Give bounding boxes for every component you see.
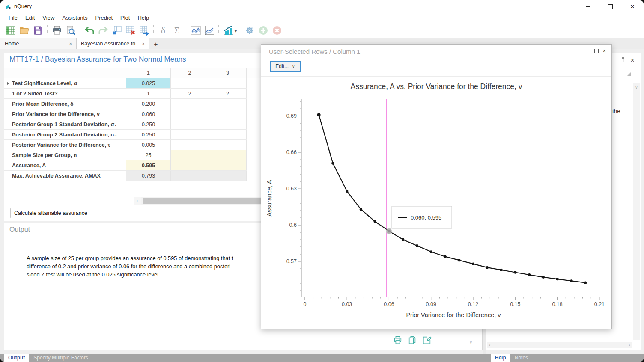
plot-maximize-icon[interactable] <box>594 49 599 53</box>
data-point[interactable] <box>360 208 362 211</box>
series-line[interactable] <box>319 115 586 282</box>
data-point[interactable] <box>472 262 474 265</box>
cell[interactable] <box>209 109 246 119</box>
edit-output-button[interactable] <box>422 335 432 347</box>
cell[interactable] <box>209 99 246 109</box>
add-circle-button[interactable] <box>257 24 270 37</box>
tab-home[interactable]: Home × <box>0 38 77 49</box>
row-selector[interactable] <box>4 150 12 160</box>
row-selector[interactable] <box>4 89 12 99</box>
column-header-1[interactable]: 1 <box>126 68 170 78</box>
column-header-2[interactable]: 2 <box>171 68 209 78</box>
data-point[interactable] <box>331 162 334 164</box>
cell[interactable] <box>171 150 209 160</box>
print-output-button[interactable] <box>393 335 402 347</box>
copy-output-button[interactable] <box>408 335 417 347</box>
cell[interactable]: 25 <box>126 150 170 160</box>
new-table-button[interactable] <box>4 24 17 37</box>
menu-plot[interactable]: Plot <box>116 15 134 21</box>
data-point[interactable] <box>570 279 572 282</box>
menu-help[interactable]: Help <box>134 15 153 21</box>
cell[interactable] <box>209 78 246 89</box>
help-hscrollbar[interactable]: ‹ › <box>487 342 632 348</box>
data-point[interactable] <box>458 259 460 261</box>
scroll-left-button[interactable]: ‹ <box>134 197 141 205</box>
cell[interactable] <box>171 78 209 89</box>
redo-button[interactable] <box>97 24 110 37</box>
dropdown-caret-icon[interactable]: ▼ <box>235 27 238 34</box>
cell[interactable] <box>171 109 209 119</box>
sigma-button[interactable]: Σ <box>170 24 183 37</box>
data-point[interactable] <box>486 266 489 269</box>
open-project-button[interactable] <box>18 24 31 37</box>
resize-corner[interactable] <box>627 72 631 76</box>
plot-edit-dropdown[interactable]: Edit... ∨ <box>270 61 301 72</box>
cell[interactable] <box>209 160 246 171</box>
data-point[interactable] <box>416 244 418 247</box>
close-circle-button[interactable] <box>271 24 283 37</box>
data-point[interactable] <box>402 238 404 241</box>
highlighted-point[interactable] <box>386 228 392 234</box>
bottom-tab-notes[interactable]: Notes <box>510 354 532 362</box>
cell[interactable] <box>171 119 209 130</box>
cell[interactable]: 0.025 <box>126 78 170 89</box>
delete-table-button[interactable] <box>124 24 137 37</box>
data-point[interactable] <box>346 190 348 193</box>
cell[interactable] <box>209 171 246 181</box>
data-point[interactable] <box>444 255 446 258</box>
cell[interactable] <box>209 150 246 160</box>
row-selector[interactable] <box>4 171 12 181</box>
new-tab-button[interactable]: + <box>149 38 162 49</box>
data-point[interactable] <box>556 278 558 280</box>
menu-predict[interactable]: Predict <box>92 15 116 21</box>
menu-view[interactable]: View <box>39 15 58 21</box>
menu-file[interactable]: File <box>5 15 21 21</box>
cell[interactable] <box>171 99 209 109</box>
cell[interactable]: 0.250 <box>126 119 170 130</box>
data-point[interactable] <box>528 273 531 276</box>
menu-edit[interactable]: Edit <box>21 15 39 21</box>
undo-button[interactable] <box>83 24 96 37</box>
cell[interactable] <box>171 171 209 181</box>
data-point[interactable] <box>584 281 587 284</box>
print-preview-button[interactable] <box>64 24 77 37</box>
output-vscroll-chevron[interactable]: ∨ <box>469 339 473 345</box>
cell[interactable]: 0.060 <box>126 109 170 119</box>
row-selector[interactable] <box>4 109 12 119</box>
cell[interactable] <box>209 130 246 140</box>
tab-bayesian-assurance[interactable]: Bayesian Assurance fo × <box>77 38 149 49</box>
bar-chart-button[interactable] <box>222 24 235 37</box>
column-header-3[interactable]: 3 <box>209 68 246 78</box>
bottom-tab-output[interactable]: Output <box>4 354 29 362</box>
window-minimize-button[interactable] <box>577 0 599 12</box>
paste-table-button[interactable] <box>110 24 123 37</box>
transfer-table-button[interactable] <box>138 24 151 37</box>
settings-gear-button[interactable] <box>243 24 256 37</box>
bottom-tab-specify-multiple-factors[interactable]: Specify Multiple Factors <box>29 354 92 362</box>
assurance-line-chart[interactable]: 00.030.060.090.120.150.180.210.570.60.63… <box>261 95 612 329</box>
tab-bayesian-close-icon[interactable]: × <box>142 41 145 46</box>
cell[interactable]: 1 <box>126 89 170 99</box>
cell[interactable] <box>171 140 209 150</box>
plot-minimize-icon[interactable] <box>587 51 590 51</box>
cell[interactable]: 0.005 <box>126 140 170 150</box>
data-point[interactable] <box>500 269 502 271</box>
plot-close-icon[interactable]: ✕ <box>602 49 606 53</box>
pin-icon[interactable] <box>620 56 626 64</box>
data-point[interactable] <box>542 276 545 279</box>
cell[interactable]: 0.200 <box>126 99 170 109</box>
row-selector[interactable] <box>4 140 12 150</box>
cell[interactable] <box>209 140 246 150</box>
print-button[interactable] <box>51 24 63 37</box>
row-selector[interactable] <box>4 119 12 130</box>
save-button[interactable] <box>32 24 45 37</box>
line-plot-button[interactable] <box>189 24 202 37</box>
row-selector[interactable] <box>4 160 12 171</box>
row-selector[interactable] <box>4 130 12 140</box>
cell[interactable] <box>171 130 209 140</box>
data-point[interactable] <box>514 271 516 273</box>
bottom-tab-help[interactable]: Help <box>491 354 510 362</box>
row-selector-arrow[interactable] <box>4 78 12 89</box>
cell[interactable]: 0.595 <box>126 160 170 171</box>
window-close-button[interactable]: ✕ <box>621 0 644 12</box>
